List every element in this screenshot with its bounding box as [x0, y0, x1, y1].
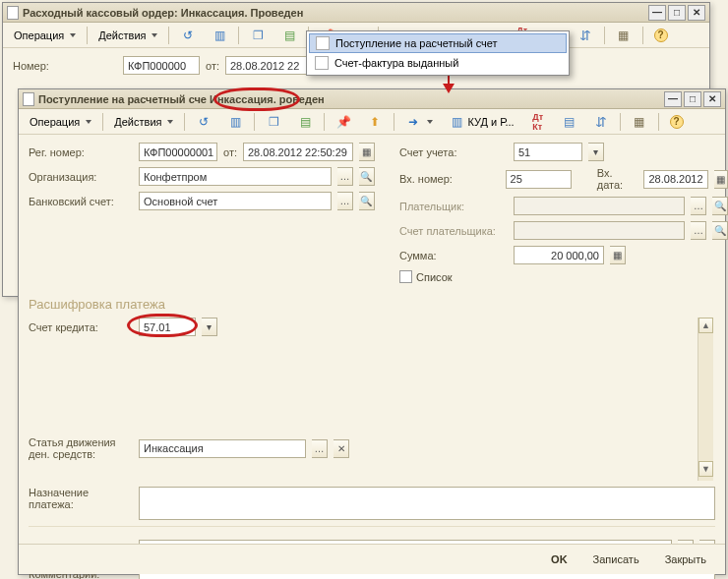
scroll-up-icon[interactable]: ▲ — [698, 318, 713, 333]
payer-acct-label: Счет плательщика: — [399, 225, 508, 237]
acct-input[interactable]: 51 — [514, 143, 582, 161]
footer: OK Записать Закрыть — [19, 544, 725, 574]
acct-label: Счет учета: — [399, 146, 508, 158]
date-picker-button[interactable]: ▦ — [714, 170, 728, 189]
tb-refresh-icon[interactable]: ↺ — [173, 25, 203, 46]
select-button[interactable]: … — [691, 197, 706, 215]
details-panel: Счет кредита: 57.01 ▾ Статья движенияден… — [29, 318, 715, 481]
select-button[interactable]: … — [691, 221, 706, 240]
annotation-circle-title — [213, 87, 300, 111]
dropdown-button[interactable]: ▾ — [588, 143, 604, 161]
tb-doc-icon[interactable]: ▥ — [205, 25, 234, 46]
minimize-button[interactable]: — — [648, 5, 666, 21]
credit-label: Счет кредита: — [29, 321, 133, 333]
doc-icon — [315, 56, 329, 70]
payer-acct-input — [514, 221, 685, 240]
from-label: от: — [206, 60, 219, 72]
org-label: Организация: — [29, 171, 133, 183]
number-label: Номер: — [13, 60, 117, 72]
number-input[interactable]: КФП000000 — [123, 56, 200, 75]
vhno-input[interactable]: 25 — [506, 170, 572, 189]
regdate-input[interactable]: 28.08.2012 22:50:29 — [243, 143, 353, 161]
org-input[interactable]: Конфетпром — [139, 167, 332, 186]
dest-label: Назначениеплатежа: — [29, 487, 133, 510]
search-icon[interactable]: 🔍 — [359, 167, 375, 186]
select-button[interactable]: … — [337, 167, 353, 186]
tb-create-based-menu[interactable]: ➜ — [398, 111, 440, 133]
titlebar-1[interactable]: Расходный кассовый ордер: Инкассация. Пр… — [3, 3, 709, 23]
tb-list-icon[interactable]: ▤ — [290, 111, 320, 133]
select-button[interactable]: … — [312, 439, 328, 458]
date-input[interactable]: 28.08.2012 22 — [225, 56, 308, 75]
doc-icon — [316, 36, 330, 50]
save-button[interactable]: Записать — [584, 550, 648, 568]
close-button[interactable]: ✕ — [703, 91, 721, 107]
create-based-dropdown: Поступление на расчетный счет Счет-факту… — [306, 30, 570, 76]
maximize-button[interactable]: □ — [668, 5, 686, 21]
menu-item-receipt[interactable]: Поступление на расчетный счет — [309, 33, 567, 53]
tb-refresh-icon[interactable]: ↺ — [189, 111, 218, 133]
toolbar-2: Операция Действия ↺ ▥ ❐ ▤ 📌 ⬆ ➜ ▥КУД и Р… — [19, 109, 725, 135]
title-2: Поступление на расчетный сче Инкассация.… — [38, 93, 660, 105]
section-title: Расшифровка платежа — [29, 297, 715, 312]
minimize-button[interactable]: — — [664, 91, 682, 107]
list-checkbox[interactable] — [399, 270, 412, 283]
stat-input[interactable]: Инкассация — [139, 439, 306, 458]
vhdate-input[interactable]: 28.08.2012 — [643, 170, 707, 189]
bank-label: Банковский счет: — [29, 196, 133, 207]
tb-copy-icon[interactable]: ❐ — [243, 25, 273, 46]
tb-help-icon[interactable]: ? — [647, 25, 675, 46]
menu-item-label: Счет-фактура выданный — [334, 57, 458, 69]
tb-report-icon[interactable]: ▤ — [555, 111, 584, 133]
sum-input[interactable]: 20 000,00 — [514, 246, 604, 264]
tb-doc-icon[interactable]: ▥ — [220, 111, 250, 133]
calc-button[interactable]: ▦ — [610, 246, 626, 264]
dest-input[interactable] — [139, 487, 715, 520]
tb-dtkt-icon[interactable]: ДтКт — [523, 111, 553, 133]
tb-copy-icon[interactable]: ❐ — [259, 111, 288, 133]
close-button[interactable]: Закрыть — [656, 550, 715, 568]
tb-kud-button[interactable]: ▥КУД и Р... — [442, 111, 520, 133]
tb-settings-icon[interactable]: ▦ — [625, 111, 654, 133]
tb-upload-icon[interactable]: ⬆ — [360, 111, 390, 133]
form-body-2: Рег. номер: КФП00000001 от: 28.08.2012 2… — [19, 135, 725, 546]
select-button[interactable]: … — [337, 192, 353, 210]
bank-input[interactable]: Основной счет — [139, 192, 332, 210]
tb-help-icon[interactable]: ? — [663, 111, 691, 133]
clear-button[interactable]: ✕ — [334, 439, 349, 458]
date-picker-button[interactable]: ▦ — [359, 143, 375, 161]
actions-menu[interactable]: Действия — [91, 25, 164, 46]
document-icon — [7, 6, 19, 20]
close-button[interactable]: ✕ — [688, 5, 705, 21]
scroll-down-icon[interactable]: ▼ — [698, 461, 713, 477]
search-icon[interactable]: 🔍 — [712, 221, 728, 240]
scrollbar[interactable]: ▲ ▼ — [698, 318, 713, 481]
titlebar-2[interactable]: Поступление на расчетный сче Инкассация.… — [19, 89, 725, 109]
tb-settings-icon[interactable]: ▦ — [609, 25, 638, 46]
payer-label: Плательщик: — [399, 201, 508, 212]
tb-list-icon[interactable]: ▤ — [274, 25, 304, 46]
sum-label: Сумма: — [399, 250, 508, 261]
operation-menu[interactable]: Операция — [7, 25, 83, 46]
actions-menu[interactable]: Действия — [107, 111, 180, 133]
dropdown-button[interactable]: ▾ — [202, 318, 217, 336]
ok-button[interactable]: OK — [542, 550, 576, 568]
title-1: Расходный кассовый ордер: Инкассация. Пр… — [23, 7, 644, 19]
search-icon[interactable]: 🔍 — [359, 192, 375, 210]
from-label: от: — [223, 146, 237, 158]
search-icon[interactable]: 🔍 — [712, 197, 728, 215]
tb-pin-icon[interactable]: 📌 — [329, 111, 358, 133]
window-receipt: Поступление на расчетный сче Инкассация.… — [18, 88, 726, 575]
menu-item-invoice[interactable]: Счет-фактура выданный — [309, 53, 567, 73]
regno-label: Рег. номер: — [29, 146, 133, 158]
operation-menu[interactable]: Операция — [23, 111, 98, 133]
list-checkbox-label: Список — [416, 271, 453, 283]
tb-structure-icon[interactable]: ⇵ — [586, 111, 616, 133]
maximize-button[interactable]: □ — [684, 91, 701, 107]
annotation-circle-credit — [127, 314, 198, 337]
payer-input — [514, 197, 685, 215]
svg-marker-1 — [443, 84, 455, 93]
regno-input[interactable]: КФП00000001 — [139, 143, 217, 161]
vhno-label: Вх. номер: — [399, 173, 500, 185]
tb-structure-icon[interactable]: ⇵ — [571, 25, 600, 46]
